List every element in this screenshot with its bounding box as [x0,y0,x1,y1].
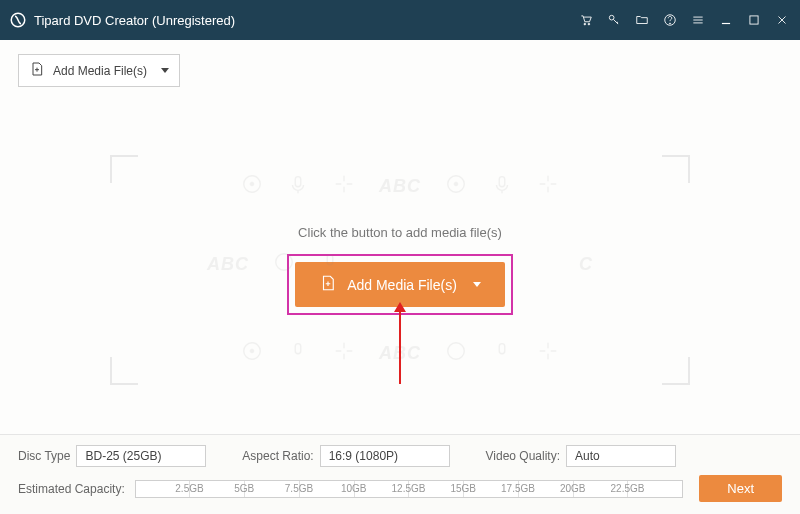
titlebar-actions [578,12,790,28]
svg-point-8 [250,182,254,186]
faint-deco-row: ABC C [207,251,593,278]
film-icon [445,173,467,200]
annotation-arrow [398,302,402,384]
svg-rect-12 [499,177,505,187]
cart-icon[interactable] [578,12,594,28]
svg-rect-9 [295,177,301,187]
capacity-segment: 15GB [409,481,464,497]
svg-point-2 [588,23,590,25]
faint-deco-row: ABC [241,173,559,200]
capacity-segment [628,481,682,497]
mic-icon [491,340,513,367]
maximize-icon[interactable] [746,12,762,28]
corner-br [662,357,690,385]
sparkle-icon [537,340,559,367]
corner-bl [110,357,138,385]
capacity-segment: 12.5GB [355,481,410,497]
film-icon [241,173,263,200]
capacity-segment: 22.5GB [574,481,629,497]
video-quality-value: Auto [575,449,600,463]
chevron-down-icon [473,282,481,287]
mic-icon [287,173,309,200]
corner-tr [662,155,690,183]
film-icon [273,251,295,278]
corner-tl [110,155,138,183]
faint-text: C [579,254,593,275]
disc-type-value: BD-25 (25GB) [85,449,161,463]
add-file-icon [29,61,45,80]
footer-bar: Disc Type BD-25 (25GB) Aspect Ratio: 16:… [0,434,800,514]
sparkle-icon [333,340,355,367]
help-icon[interactable] [662,12,678,28]
capacity-segment: 7.5GB [245,481,300,497]
minimize-icon[interactable] [718,12,734,28]
disc-type-label: Disc Type [18,449,70,463]
svg-rect-6 [750,16,758,24]
folder-icon[interactable] [634,12,650,28]
capacity-segment: 20GB [519,481,574,497]
svg-point-18 [448,343,465,360]
aspect-ratio-select[interactable]: 16:9 (1080P) [320,445,450,467]
mic-icon [319,251,341,278]
capacity-segment: 17.5GB [464,481,519,497]
drop-hint-text: Click the button to add media file(s) [298,225,502,240]
menu-icon[interactable] [690,12,706,28]
key-icon[interactable] [606,12,622,28]
svg-point-1 [584,23,586,25]
app-logo-icon [8,10,28,30]
chevron-down-icon [161,68,169,73]
add-media-button-top-label: Add Media File(s) [53,64,147,78]
capacity-label: Estimated Capacity: [18,482,125,496]
svg-point-5 [669,23,670,24]
svg-point-16 [250,349,254,353]
toolbar-area: Add Media File(s) [0,40,800,87]
film-icon [241,340,263,367]
sparkle-icon [537,173,559,200]
svg-rect-14 [327,255,333,265]
add-media-button-top[interactable]: Add Media File(s) [18,54,180,87]
add-media-button-center-label: Add Media File(s) [347,277,457,293]
film-icon [445,340,467,367]
capacity-bar: 2.5GB 5GB 7.5GB 10GB 12.5GB 15GB 17.5GB … [135,480,684,498]
svg-rect-17 [295,344,301,354]
mic-icon [287,340,309,367]
svg-point-3 [609,15,614,20]
mic-icon [491,173,513,200]
svg-rect-19 [499,344,505,354]
svg-point-11 [454,182,458,186]
video-quality-label: Video Quality: [486,449,561,463]
disc-type-select[interactable]: BD-25 (25GB) [76,445,206,467]
svg-point-13 [276,254,293,271]
capacity-segment: 2.5GB [136,481,191,497]
faint-text: ABC [379,176,421,197]
capacity-segment: 5GB [190,481,245,497]
aspect-ratio-value: 16:9 (1080P) [329,449,398,463]
app-title: Tipard DVD Creator (Unregistered) [34,13,235,28]
titlebar: Tipard DVD Creator (Unregistered) [0,0,800,40]
faint-text: ABC [207,254,249,275]
next-button[interactable]: Next [699,475,782,502]
aspect-ratio-label: Aspect Ratio: [242,449,313,463]
close-icon[interactable] [774,12,790,28]
sparkle-icon [333,173,355,200]
capacity-segment: 10GB [300,481,355,497]
video-quality-select[interactable]: Auto [566,445,676,467]
next-button-label: Next [727,481,754,496]
